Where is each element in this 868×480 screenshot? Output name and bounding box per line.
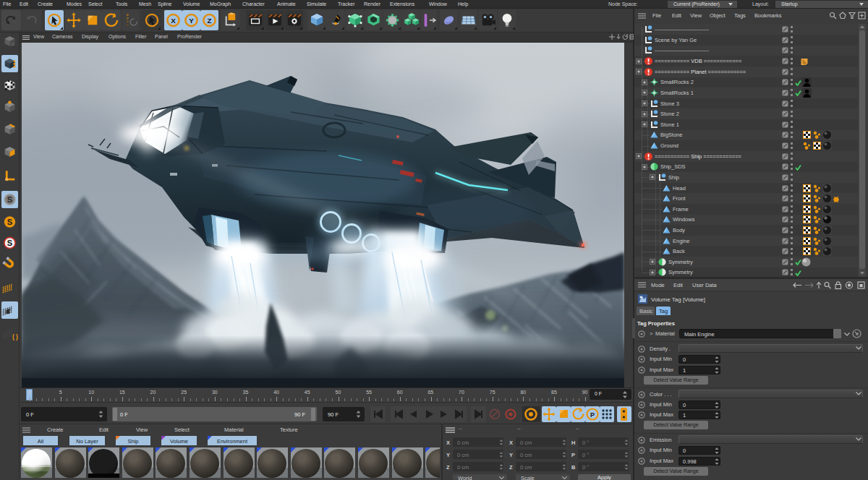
svg-text:( ): ( ) xyxy=(12,333,18,340)
svg-text:X: X xyxy=(171,17,176,25)
svg-text:Z: Z xyxy=(207,17,211,25)
svg-text:S: S xyxy=(7,239,12,247)
svg-text:P: P xyxy=(590,411,595,419)
svg-text:Y: Y xyxy=(189,17,194,25)
svg-text:S: S xyxy=(7,218,12,226)
svg-text:S: S xyxy=(7,195,12,204)
